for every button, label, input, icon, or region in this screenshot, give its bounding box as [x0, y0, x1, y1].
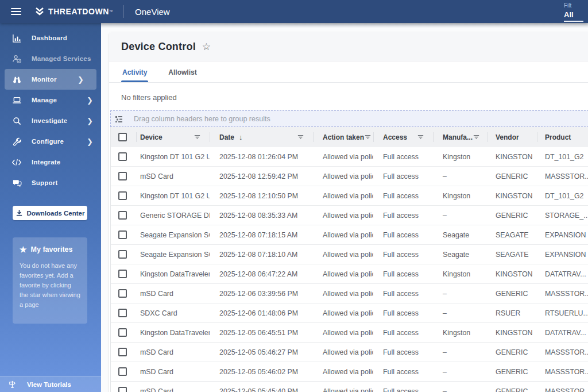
cell-action-taken: Allowed via policy — [313, 245, 373, 264]
signpost-icon — [8, 380, 17, 389]
row-checkbox[interactable] — [118, 152, 127, 161]
sidebar-item-monitor[interactable]: Monitor❯ — [5, 69, 96, 90]
row-select — [111, 186, 136, 205]
cell-manufacturer: – — [433, 284, 488, 303]
sidebar-item-manage[interactable]: Manage❯ — [0, 90, 101, 110]
cell-vendor: KINGSTON — [488, 323, 537, 342]
row-checkbox[interactable] — [118, 250, 127, 259]
filter-icon[interactable] — [297, 133, 304, 141]
column-header-action-taken[interactable]: Action taken — [313, 127, 373, 147]
tab-allowlist[interactable]: Allowlist — [167, 62, 198, 82]
sidebar-item-support[interactable]: Support — [0, 172, 101, 193]
row-checkbox[interactable] — [118, 172, 127, 180]
cell-vendor: KINGSTON — [488, 186, 537, 205]
row-checkbox[interactable] — [118, 289, 127, 298]
filter-icon[interactable] — [417, 133, 424, 141]
cell-action-taken: Allowed via policy — [313, 343, 373, 362]
sidebar-item-investigate[interactable]: Investigate❯ — [0, 110, 101, 131]
table-row[interactable]: Generic STORAGE DEV...2025-12-08 08:35:3… — [111, 206, 588, 225]
row-checkbox[interactable] — [118, 348, 127, 356]
cell-manufacturer: Kingston — [433, 264, 488, 283]
cell-manufacturer: Seagate — [433, 245, 488, 264]
page-title: Device Control — [121, 41, 196, 53]
activity-table: DeviceDate↓Action takenAccessManufa...Ve… — [110, 127, 588, 392]
chat-icon — [11, 178, 22, 188]
table-row[interactable]: Seagate Expansion SC...2025-12-08 07:18:… — [111, 225, 588, 245]
sidebar-item-managed-services[interactable]: Managed Services — [0, 48, 101, 69]
view-tutorials-button[interactable]: View Tutorials — [0, 376, 101, 392]
row-checkbox[interactable] — [118, 367, 127, 376]
app-title: OneView — [135, 7, 170, 17]
filters-status: No filters applied — [109, 83, 588, 110]
code-icon — [11, 157, 22, 167]
laptop-icon — [11, 95, 22, 105]
tab-activity[interactable]: Activity — [121, 62, 148, 82]
table-row[interactable]: Kingston DT 101 G2 U...2025-12-08 01:26:… — [111, 147, 588, 167]
cell-access: Full access — [373, 245, 433, 264]
table-row[interactable]: mSD Card2025-12-08 12:59:42 PMAllowed vi… — [111, 167, 588, 186]
table-row[interactable]: Kingston DataTraveler ...2025-12-05 06:4… — [111, 323, 588, 343]
cell-product: MASSSTOR... — [537, 343, 588, 362]
row-checkbox[interactable] — [118, 387, 127, 392]
table-row[interactable]: Kingston DataTraveler ...2025-12-08 06:4… — [111, 264, 588, 284]
table-row[interactable]: Seagate Expansion SC...2025-12-08 07:18:… — [111, 245, 588, 264]
cell-vendor: GENERIC — [488, 167, 537, 186]
sidebar-item-label: Dashboard — [32, 34, 67, 41]
column-header-device[interactable]: Device — [136, 127, 210, 147]
site-filter-dropdown[interactable]: Filt All — [564, 2, 588, 22]
table-row[interactable]: mSD Card2025-12-05 05:46:02 PMAllowed vi… — [111, 362, 588, 382]
column-header-product[interactable]: Product — [537, 127, 588, 147]
cell-access: Full access — [373, 206, 433, 225]
table-row[interactable]: mSD Card2025-12-06 03:39:56 PMAllowed vi… — [111, 284, 588, 303]
row-select — [111, 303, 136, 322]
cell-device: Seagate Expansion SC... — [136, 225, 210, 244]
sidebar-item-dashboard[interactable]: Dashboard — [0, 28, 101, 48]
row-select — [111, 343, 136, 362]
cell-access: Full access — [373, 225, 433, 244]
cell-manufacturer: – — [433, 343, 488, 362]
row-checkbox[interactable] — [118, 309, 127, 317]
site-filter-underline — [564, 21, 583, 22]
table-header-row: DeviceDate↓Action takenAccessManufa...Ve… — [111, 127, 588, 147]
page-header: Device Control ☆ — [109, 32, 588, 62]
menu-icon[interactable] — [11, 8, 21, 15]
downloads-center-button[interactable]: Downloads Center — [13, 206, 87, 220]
row-checkbox[interactable] — [118, 211, 127, 220]
topbar-divider — [123, 5, 123, 18]
filter-icon[interactable] — [364, 133, 372, 141]
row-checkbox[interactable] — [118, 230, 127, 239]
group-columns-icon — [115, 115, 123, 123]
managed-services-icon — [11, 53, 22, 64]
table-row[interactable]: Kingston DT 101 G2 U...2025-12-08 12:10:… — [111, 186, 588, 206]
column-header-access[interactable]: Access — [373, 127, 433, 147]
column-header-date[interactable]: Date↓ — [210, 127, 313, 147]
column-header-vendor[interactable]: Vendor — [488, 127, 537, 147]
cell-action-taken: Allowed via policy — [313, 323, 373, 342]
cell-access: Full access — [373, 382, 433, 392]
table-row[interactable]: mSD Card2025-12-05 05:46:27 PMAllowed vi… — [111, 343, 588, 362]
cell-manufacturer: Kingston — [433, 186, 488, 205]
column-header-manufa[interactable]: Manufa... — [433, 127, 488, 147]
favorite-star-icon[interactable]: ☆ — [202, 42, 211, 52]
table-row[interactable]: SDXC Card2025-12-06 01:48:06 PMAllowed v… — [111, 303, 588, 323]
select-all-checkbox[interactable] — [118, 133, 127, 141]
view-tutorials-label: View Tutorials — [27, 381, 71, 388]
row-select — [111, 147, 136, 166]
cell-date: 2025-12-05 05:45:40 PM — [210, 382, 313, 392]
cell-device: mSD Card — [136, 167, 210, 186]
chevron-right-icon: ❯ — [87, 137, 93, 146]
filter-icon[interactable] — [473, 133, 480, 141]
row-checkbox[interactable] — [118, 191, 127, 200]
cell-action-taken: Allowed via policy — [313, 264, 373, 283]
filter-icon[interactable] — [194, 133, 201, 141]
sidebar-item-configure[interactable]: Configure❯ — [0, 131, 101, 152]
row-checkbox[interactable] — [118, 270, 127, 278]
threatdown-logo: THREATDOWN™ — [35, 7, 113, 17]
table-row[interactable]: mSD Card2025-12-05 05:45:40 PMAllowed vi… — [111, 382, 588, 392]
group-by-panel[interactable]: Drag column headers here to group result… — [110, 110, 588, 127]
row-checkbox[interactable] — [118, 328, 127, 337]
row-select — [111, 323, 136, 342]
my-favorites-title: My favorites — [31, 245, 73, 253]
row-select — [111, 382, 136, 392]
sidebar-item-integrate[interactable]: Integrate — [0, 152, 101, 172]
